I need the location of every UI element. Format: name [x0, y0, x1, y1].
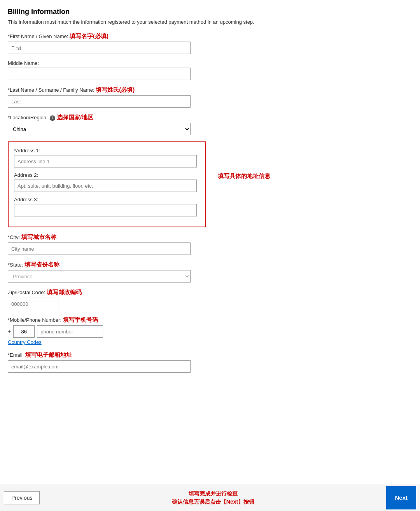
location-select[interactable]: China United States Japan Korea Other — [8, 123, 191, 135]
zip-group: Zip/Postal Code: 填写邮政编码 — [8, 289, 412, 310]
address-wrapper: *Address 1: Address 2: Address 3: 填写具体的地… — [8, 141, 412, 227]
email-annotation: 填写电子邮箱地址 — [25, 351, 72, 358]
location-info-icon[interactable]: i — [50, 115, 55, 121]
phone-country-code-input[interactable] — [13, 325, 35, 338]
page-description: This information must match the informat… — [8, 19, 412, 25]
state-label: *State: 填写省份名称 — [8, 261, 412, 269]
address1-group: *Address 1: — [14, 148, 200, 167]
footer-bar: Previous 填写完成并进行检查 确认信息无误后点击【Next】按钮 Nex… — [0, 484, 420, 511]
phone-number-input[interactable] — [37, 325, 103, 338]
footer-annotation: 填写完成并进行检查 确认信息无误后点击【Next】按钮 — [40, 490, 386, 506]
last-name-input[interactable] — [8, 95, 191, 108]
phone-row: + — [8, 325, 412, 338]
page-title: Billing Information — [8, 8, 412, 16]
email-label: *Email: 填写电子邮箱地址 — [8, 351, 412, 359]
phone-group: *Mobile/Phone Number: 填写手机号码 + Country C… — [8, 316, 412, 345]
first-name-label: *First Name / Given Name: 填写名字(必填) — [8, 33, 412, 40]
city-group: *City: 填写城市名称 — [8, 234, 412, 255]
first-name-input[interactable] — [8, 42, 191, 54]
last-name-group: *Last Name / Surname / Family Name: 填写姓氏… — [8, 86, 412, 108]
state-group: *State: 填写省份名称 Province Beijing Shanghai… — [8, 261, 412, 283]
city-input[interactable] — [8, 242, 191, 255]
zip-annotation: 填写邮政编码 — [47, 289, 82, 295]
state-label-text: *State: — [8, 262, 23, 268]
email-label-text: *Email: — [8, 352, 24, 358]
footer-annotation-line1: 填写完成并进行检查 — [40, 490, 386, 498]
city-label-text: *City: — [8, 234, 20, 240]
phone-label-text: *Mobile/Phone Number: — [8, 317, 61, 323]
city-annotation: 填写城市名称 — [21, 234, 56, 240]
address2-input[interactable] — [14, 180, 197, 192]
next-button[interactable]: Next — [386, 486, 416, 509]
address3-group: Address 3: — [14, 197, 200, 216]
state-annotation: 填写省份名称 — [24, 261, 60, 268]
page-container: Billing Information This information mus… — [0, 0, 420, 418]
last-name-annotation: 填写姓氏(必填) — [96, 86, 135, 93]
first-name-label-text: *First Name / Given Name: — [8, 33, 68, 39]
zip-label: Zip/Postal Code: 填写邮政编码 — [8, 289, 412, 296]
phone-label: *Mobile/Phone Number: 填写手机号码 — [8, 316, 412, 324]
location-label-text: *Location/Region: — [8, 115, 48, 120]
footer-annotation-line2: 确认信息无误后点击【Next】按钮 — [40, 498, 386, 506]
first-name-annotation: 填写名字(必填) — [70, 33, 108, 39]
middle-name-group: Middle Name: — [8, 60, 412, 80]
location-label: *Location/Region: i 选择国家/地区 — [8, 114, 412, 121]
address3-label: Address 3: — [14, 197, 200, 202]
country-codes-link[interactable]: Country Codes — [8, 339, 42, 345]
first-name-group: *First Name / Given Name: 填写名字(必填) — [8, 33, 412, 54]
middle-name-input[interactable] — [8, 68, 191, 80]
middle-name-label: Middle Name: — [8, 60, 412, 66]
last-name-label: *Last Name / Surname / Family Name: 填写姓氏… — [8, 86, 412, 94]
last-name-label-text: *Last Name / Surname / Family Name: — [8, 87, 94, 93]
location-group: *Location/Region: i 选择国家/地区 China United… — [8, 114, 412, 135]
city-label: *City: 填写城市名称 — [8, 234, 412, 241]
address3-input[interactable] — [14, 204, 197, 216]
zip-label-text: Zip/Postal Code: — [8, 290, 45, 295]
address2-group: Address 2: — [14, 172, 200, 192]
address1-label: *Address 1: — [14, 148, 200, 153]
address-block: *Address 1: Address 2: Address 3: — [8, 141, 206, 227]
address1-input[interactable] — [14, 155, 197, 167]
previous-button[interactable]: Previous — [4, 491, 40, 504]
zip-input[interactable] — [8, 298, 58, 310]
address2-label: Address 2: — [14, 172, 200, 178]
location-annotation: 选择国家/地区 — [57, 114, 93, 120]
email-group: *Email: 填写电子邮箱地址 — [8, 351, 412, 373]
phone-plus: + — [8, 328, 11, 335]
phone-annotation: 填写手机号码 — [63, 316, 98, 323]
email-input[interactable] — [8, 360, 191, 373]
state-select[interactable]: Province Beijing Shanghai Guangdong — [8, 270, 191, 283]
address-annotation: 填写具体的地址信息 — [218, 173, 270, 180]
